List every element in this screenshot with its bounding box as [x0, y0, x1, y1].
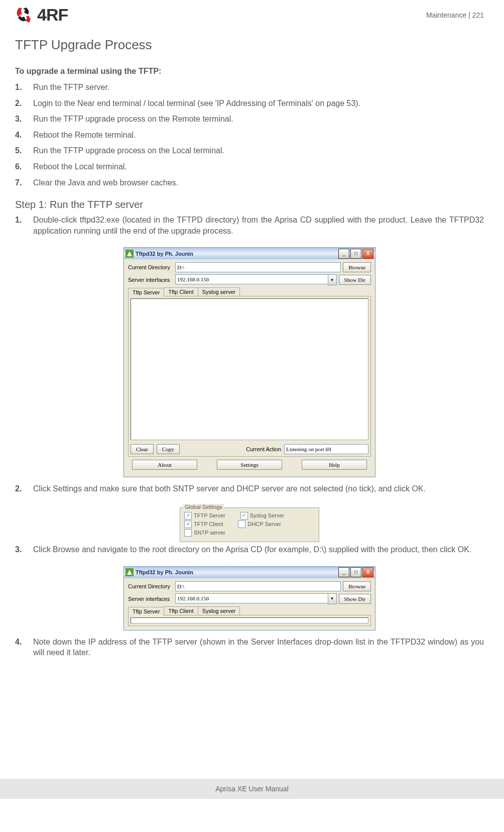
chevron-down-icon[interactable]: ▼ — [328, 274, 337, 285]
minimize-button[interactable]: _ — [338, 567, 349, 577]
list-item: Reboot the Remote terminal. — [15, 130, 484, 141]
curdir-input[interactable] — [175, 581, 341, 591]
list-item: Note down the IP address of the TFTP ser… — [15, 637, 484, 658]
showdir-button[interactable]: Show Dir — [339, 594, 371, 604]
about-button[interactable]: About — [132, 460, 197, 470]
tab-tftp-server[interactable]: Tftp Server — [128, 607, 164, 615]
tab-syslog[interactable]: Syslog server — [198, 606, 240, 615]
group-legend: Global Settings — [183, 504, 224, 510]
curact-label: Current Action — [246, 446, 281, 452]
maximize-button[interactable]: □ — [350, 249, 361, 259]
titlebar[interactable]: Tftpd32 by Ph. Jounin _ □ X — [124, 248, 375, 259]
list-item: Reboot the Local terminal. — [15, 161, 484, 172]
step1-list: Double-click tftpd32.exe (located in the… — [15, 215, 484, 236]
list-item: Run the TFTP upgrade process on the Loca… — [15, 145, 484, 156]
list-item: Click Browse and navigate to the root di… — [15, 544, 484, 555]
srvif-label: Server interfaces — [128, 596, 173, 602]
footer: Aprisa XE User Manual — [0, 779, 504, 799]
maximize-button[interactable]: □ — [350, 567, 361, 577]
transfer-list[interactable] — [131, 298, 368, 440]
window-title: Tftpd32 by Ph. Jounin — [136, 251, 338, 257]
curdir-label: Current Directory — [128, 264, 173, 270]
tftpd32-window: Tftpd32 by Ph. Jounin _ □ X Current Dire… — [123, 247, 375, 477]
tab-syslog[interactable]: Syslog server — [198, 287, 240, 296]
page-header: 4RF Maintenance | 221 — [15, 5, 484, 25]
step1-title: Step 1: Run the TFTP server — [15, 199, 484, 211]
list-item: Double-click tftpd32.exe (located in the… — [15, 215, 484, 236]
app-icon — [125, 568, 134, 576]
help-button[interactable]: Help — [302, 460, 367, 470]
browse-button[interactable]: Browse — [343, 262, 371, 272]
transfer-list[interactable] — [131, 617, 368, 623]
app-icon — [125, 250, 134, 258]
curdir-input[interactable] — [175, 262, 341, 272]
tftpd32-window-2: Tftpd32 by Ph. Jounin _ □ X Current Dire… — [123, 566, 375, 631]
window-title: Tftpd32 by Ph. Jounin — [136, 569, 338, 575]
copy-button[interactable]: Copy — [157, 444, 180, 454]
list-item: Login to the Near end terminal / local t… — [15, 98, 484, 109]
chk-tftp-server[interactable]: ✓TFTP Server — [184, 512, 225, 519]
list-item: Run the TFTP upgrade process on the Remo… — [15, 114, 484, 125]
step1-list-cont: Click Settings and make sure that both S… — [15, 483, 484, 494]
step1-list-cont2: Click Browse and navigate to the root di… — [15, 544, 484, 555]
brand-text: 4RF — [37, 5, 68, 25]
page-title: TFTP Upgrade Process — [15, 37, 484, 53]
chevron-down-icon[interactable]: ▼ — [328, 593, 337, 604]
minimize-button[interactable]: _ — [338, 249, 349, 259]
tabbar: Tftp Server Tftp Client Syslog server — [128, 606, 371, 615]
header-meta: Maintenance | 221 — [426, 11, 484, 19]
tab-tftp-client[interactable]: Tftp Client — [164, 287, 198, 296]
intro-heading: To upgrade a terminal using the TFTP: — [15, 67, 484, 76]
close-button[interactable]: X — [362, 567, 373, 577]
brand-logo: 4RF — [15, 5, 68, 25]
curact-value — [284, 444, 368, 454]
chk-sntp-server[interactable]: SNTP server — [184, 529, 225, 537]
srvif-combo[interactable]: ▼ — [175, 593, 337, 604]
chk-tftp-client[interactable]: ✓TFTP Client — [184, 521, 223, 528]
step1-list-cont3: Note down the IP address of the TFTP ser… — [15, 637, 484, 658]
chk-dhcp-server[interactable]: DHCP Server — [238, 521, 281, 528]
titlebar[interactable]: Tftpd32 by Ph. Jounin _ □ X — [124, 567, 375, 578]
settings-button[interactable]: Settings — [217, 460, 282, 470]
close-button[interactable]: X — [362, 249, 373, 259]
list-item: Clear the Java and web browser caches. — [15, 177, 484, 188]
browse-button[interactable]: Browse — [343, 581, 371, 591]
srvif-combo[interactable]: ▼ — [175, 274, 337, 285]
logo-icon — [15, 7, 34, 24]
list-item: Run the TFTP server. — [15, 82, 484, 93]
clear-button[interactable]: Clear — [131, 444, 154, 454]
curdir-label: Current Directory — [128, 583, 173, 589]
chk-syslog-server[interactable]: ✓Syslog Server — [240, 512, 284, 519]
overview-list: Run the TFTP server. Login to the Near e… — [15, 82, 484, 188]
tabbar: Tftp Server Tftp Client Syslog server — [128, 287, 371, 296]
showdir-button[interactable]: Show Dir — [339, 275, 371, 285]
tab-tftp-client[interactable]: Tftp Client — [164, 606, 198, 615]
srvif-label: Server interfaces — [128, 277, 173, 283]
global-settings-group: Global Settings ✓TFTP Server ✓Syslog Ser… — [180, 507, 319, 542]
tab-tftp-server[interactable]: Tftp Server — [128, 288, 164, 296]
list-item: Click Settings and make sure that both S… — [15, 483, 484, 494]
srvif-value[interactable] — [175, 274, 328, 284]
srvif-value[interactable] — [175, 593, 328, 603]
